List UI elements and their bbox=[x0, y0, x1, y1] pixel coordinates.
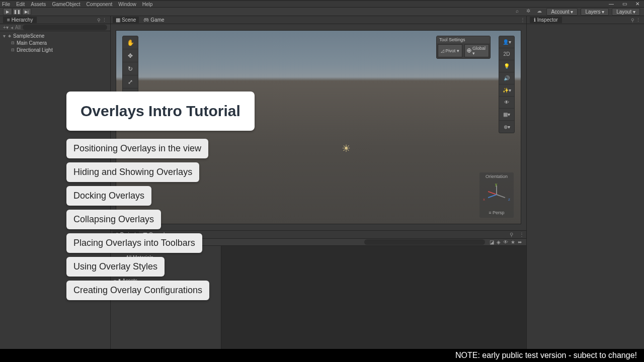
add-button[interactable]: +▾ bbox=[3, 25, 9, 30]
layout-dropdown[interactable]: Layout ▾ bbox=[612, 8, 640, 16]
project-search[interactable] bbox=[364, 239, 485, 245]
gizmo-toggle[interactable]: ⊕▾ bbox=[499, 121, 514, 133]
tab-game[interactable]: 🎮︎Game bbox=[144, 17, 164, 23]
hierarchy-item[interactable]: Directional Light bbox=[17, 47, 53, 53]
filter-icon[interactable]: ◪ bbox=[488, 239, 495, 245]
tutorial-step[interactable]: Positioning Overlays in the view bbox=[66, 139, 208, 158]
tutorial-step[interactable]: Using Overlay Styles bbox=[66, 257, 165, 277]
hierarchy-tab[interactable]: ≡ Hierarchy bbox=[3, 17, 37, 23]
menu-assets[interactable]: Assets bbox=[31, 2, 46, 7]
search-hint: All bbox=[15, 25, 21, 30]
scene-icon: ▦ bbox=[116, 17, 120, 23]
hierarchy-item[interactable]: Main Camera bbox=[17, 40, 47, 46]
axis-neg-x[interactable] bbox=[497, 194, 506, 198]
visibility-toggle[interactable]: 👁 bbox=[499, 97, 514, 109]
menu-help[interactable]: Help bbox=[142, 2, 153, 7]
panel-lock-icon[interactable]: ⚲ bbox=[96, 18, 102, 23]
camera-toggle[interactable]: 👤▾ bbox=[499, 36, 514, 48]
layers-dropdown[interactable]: Layers ▾ bbox=[581, 8, 609, 16]
tutorial-step[interactable]: Docking Overlays bbox=[66, 186, 151, 206]
panel-menu-icon[interactable]: ⋮ bbox=[520, 17, 526, 23]
step-button[interactable]: ▶| bbox=[22, 8, 31, 15]
axis-neg-y[interactable] bbox=[496, 186, 497, 195]
panel-menu-icon[interactable]: ⋮ bbox=[517, 232, 526, 237]
minimize-button[interactable]: — bbox=[605, 0, 618, 7]
tutorial-step[interactable]: Placing Overlays into Toolbars bbox=[66, 233, 202, 253]
hand-tool[interactable]: ✋ bbox=[123, 36, 138, 49]
version-note: NOTE: early public test version - subect… bbox=[448, 349, 644, 362]
menu-bar: File Edit Assets GameObject Component Wi… bbox=[0, 1, 644, 7]
slider-icon[interactable]: ⬌ bbox=[516, 239, 523, 245]
menu-gameobject[interactable]: GameObject bbox=[52, 2, 80, 7]
tab-scene[interactable]: ▦Scene bbox=[113, 17, 139, 23]
grid-toggle[interactable]: ▦▾ bbox=[499, 109, 514, 121]
hierarchy-search[interactable] bbox=[23, 25, 107, 30]
light-icon: ⊡ bbox=[11, 48, 15, 52]
tutorial-step[interactable]: Creating Overlay Configurations bbox=[66, 281, 209, 300]
fx-toggle[interactable]: ✨▾ bbox=[499, 84, 514, 97]
2d-toggle[interactable]: 2D bbox=[499, 48, 514, 60]
game-icon: 🎮︎ bbox=[144, 17, 149, 23]
directional-light-gizmo[interactable]: ☀ bbox=[342, 142, 351, 154]
close-button[interactable]: ✕ bbox=[631, 0, 644, 7]
panel-menu-icon[interactable]: ⋮ bbox=[102, 18, 107, 23]
search-icon[interactable]: ⌕ bbox=[513, 8, 521, 15]
tutorial-title: Overlays Intro Tutorial bbox=[66, 92, 255, 131]
menu-edit[interactable]: Edit bbox=[16, 2, 25, 7]
scale-tool[interactable]: ⤢ bbox=[123, 75, 138, 88]
panel-menu-icon[interactable]: ⋮ bbox=[635, 18, 641, 23]
orientation-label: Orientation bbox=[481, 174, 512, 179]
maximize-button[interactable]: ▭ bbox=[618, 0, 631, 7]
view-options-overlay: 👤▾ 2D 💡 🔊 ✨▾ 👁 ▦▾ ⊕▾ bbox=[499, 36, 515, 133]
orientation-gizmo[interactable]: Orientation y x z ≡ Per bbox=[479, 172, 514, 218]
panel-lock-icon[interactable]: ⚲ bbox=[510, 232, 513, 237]
pivot-toggle[interactable]: ◿Pivot ▾ bbox=[438, 44, 462, 57]
global-toggle[interactable]: 🌐︎Global ▾ bbox=[464, 44, 489, 57]
panel-lock-icon[interactable]: ⚲ bbox=[630, 18, 635, 23]
axis-z[interactable] bbox=[488, 194, 497, 198]
cloud-icon[interactable]: ☁ bbox=[535, 8, 543, 15]
project-content[interactable] bbox=[221, 246, 526, 349]
window-controls: — ▭ ✕ bbox=[605, 0, 644, 7]
account-dropdown[interactable]: Account ▾ bbox=[546, 8, 578, 16]
audio-toggle[interactable]: 🔊 bbox=[499, 72, 514, 84]
scene-root[interactable]: SampleScene bbox=[13, 33, 44, 39]
tutorial-step[interactable]: Collapsing Overlays bbox=[66, 210, 161, 229]
settings-icon[interactable]: ✲ bbox=[524, 8, 532, 15]
tool-settings-title: Tool Settings bbox=[437, 36, 490, 43]
persp-label[interactable]: ≡ Persp bbox=[481, 210, 512, 215]
camera-icon: ⊡ bbox=[11, 41, 15, 45]
lighting-toggle[interactable]: 💡 bbox=[499, 60, 514, 72]
menu-component[interactable]: Component bbox=[87, 2, 113, 7]
inspector-panel: ℹ Inspector ⚲ ⋮ bbox=[526, 16, 644, 349]
menu-window[interactable]: Window bbox=[118, 2, 136, 7]
filter-icon[interactable]: ◈ bbox=[495, 239, 502, 245]
menu-file[interactable]: File bbox=[2, 2, 10, 7]
eye-icon[interactable]: 👁 bbox=[502, 239, 509, 245]
move-tool[interactable]: ✥ bbox=[123, 49, 138, 62]
tutorial-overlay: Overlays Intro Tutorial Positioning Over… bbox=[66, 92, 255, 304]
rotate-tool[interactable]: ↻ bbox=[123, 62, 138, 75]
unity-icon: ◈ bbox=[8, 34, 11, 38]
star-icon[interactable]: ★ bbox=[509, 239, 516, 245]
play-button[interactable]: ▶ bbox=[3, 8, 12, 15]
inspector-tab[interactable]: ℹ Inspector bbox=[530, 17, 562, 23]
tutorial-step[interactable]: Hiding and Showing Overlays bbox=[66, 162, 199, 182]
pause-button[interactable]: ❚❚ bbox=[13, 8, 22, 15]
tool-settings-overlay[interactable]: Tool Settings ◿Pivot ▾ 🌐︎Global ▾ bbox=[436, 36, 491, 59]
main-toolbar: ▶ ❚❚ ▶| ⌕ ✲ ☁ Account ▾ Layers ▾ Layout … bbox=[0, 7, 644, 16]
